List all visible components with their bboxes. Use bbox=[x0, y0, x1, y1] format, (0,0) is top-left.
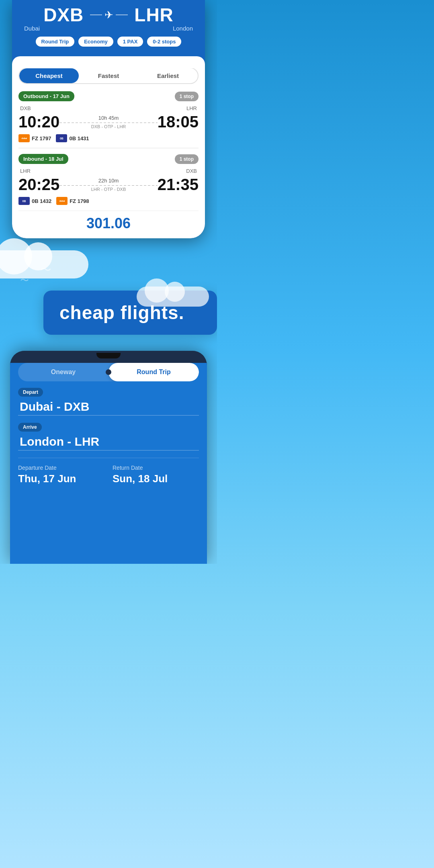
inbound-depart: 20:25 bbox=[18, 176, 59, 194]
inbound-airline-2: dubai FZ 1798 bbox=[56, 197, 89, 205]
filter-pax[interactable]: 1 PAX bbox=[117, 37, 143, 47]
tagline-bubble: cheap flights. bbox=[43, 291, 217, 335]
depart-value[interactable]: Dubai - DXB bbox=[18, 400, 199, 414]
departure-date-field[interactable]: Departure Date Thu, 17 Jun bbox=[18, 465, 104, 485]
origin-city: Dubai bbox=[24, 25, 40, 32]
inbound-from: LHR bbox=[20, 168, 31, 174]
inbound-airlines: 0B 0B 1432 dubai FZ 1798 bbox=[18, 197, 199, 205]
toggle-indicator bbox=[106, 369, 111, 375]
tab-earliest[interactable]: Earliest bbox=[138, 68, 198, 83]
dates-row: Departure Date Thu, 17 Jun Return Date S… bbox=[18, 458, 199, 485]
inbound-arrive: 21:35 bbox=[158, 176, 199, 194]
inbound-duration: 22h 10m bbox=[59, 178, 157, 184]
outbound-section: Outbound - 17 Jun 1 stop DXB LHR 10:20 1… bbox=[18, 91, 199, 142]
outbound-duration: 10h 45m bbox=[59, 115, 157, 121]
trip-type-toggle[interactable]: Oneway Round Trip bbox=[18, 363, 199, 381]
departure-date-label: Departure Date bbox=[18, 465, 104, 471]
top-phone: DXB ✈ LHR Dubai London Round Trip Econom… bbox=[12, 0, 205, 238]
dubai-logo-1: dubai bbox=[18, 134, 30, 142]
results-content: Cheapest Fastest Earliest Outbound - 17 … bbox=[12, 68, 205, 238]
origin-code: DXB bbox=[43, 6, 84, 24]
price-preview: 301.06 bbox=[18, 211, 199, 232]
roundtrip-toggle[interactable]: Round Trip bbox=[108, 363, 199, 381]
flight-search-form: Depart Dubai - DXB Arrive London - LHR D… bbox=[10, 388, 207, 485]
ob-logo-1: 0B bbox=[56, 134, 67, 142]
bottom-phone: Oneway Round Trip Depart Dubai - DXB Arr… bbox=[10, 351, 207, 564]
dest-code: LHR bbox=[134, 6, 174, 24]
inbound-airline-1: 0B 0B 1432 bbox=[18, 197, 51, 205]
ob-logo-2: 0B bbox=[18, 197, 30, 205]
form-divider-2 bbox=[18, 450, 199, 450]
filter-tags: Round Trip Economy 1 PAX 0-2 stops bbox=[20, 37, 197, 52]
inbound-badge: Inbound - 18 Jul bbox=[18, 154, 68, 164]
inbound-to: DXB bbox=[186, 168, 197, 174]
outbound-route: DXB - OTP - LHR bbox=[59, 124, 157, 129]
search-form-screen: Oneway Round Trip Depart Dubai - DXB Arr… bbox=[10, 363, 207, 564]
arrive-label: Arrive bbox=[18, 423, 42, 432]
return-date-field[interactable]: Return Date Sun, 18 Jul bbox=[113, 465, 199, 485]
outbound-airline-1: dubai FZ 1797 bbox=[18, 134, 51, 142]
outbound-airlines: dubai FZ 1797 0B 0B 1431 bbox=[18, 134, 199, 142]
dest-city: London bbox=[173, 25, 193, 32]
outbound-stops: 1 stop bbox=[175, 92, 199, 101]
cloud-1 bbox=[0, 250, 88, 278]
oneway-toggle[interactable]: Oneway bbox=[18, 363, 108, 381]
inbound-flight-1: 0B 1432 bbox=[32, 198, 51, 204]
camera-notch bbox=[96, 353, 121, 358]
filter-economy[interactable]: Economy bbox=[78, 37, 113, 47]
inbound-stops: 1 stop bbox=[175, 154, 199, 164]
tab-fastest[interactable]: Fastest bbox=[79, 68, 138, 83]
outbound-arrive: 18:05 bbox=[158, 113, 199, 131]
middle-section: 〜 〜 cheap flights. bbox=[0, 238, 217, 351]
bird-1: 〜 bbox=[40, 262, 51, 278]
outbound-flight-2: 0B 1431 bbox=[69, 135, 89, 141]
form-divider-1 bbox=[18, 415, 199, 416]
flight-header: DXB ✈ LHR Dubai London Round Trip Econom… bbox=[12, 0, 205, 55]
filter-round-trip[interactable]: Round Trip bbox=[36, 37, 75, 47]
price-value: 301.06 bbox=[86, 215, 131, 231]
sort-tab-bar: Cheapest Fastest Earliest bbox=[18, 68, 199, 84]
outbound-airline-2: 0B 0B 1431 bbox=[56, 134, 89, 142]
arrive-value[interactable]: London - LHR bbox=[18, 435, 199, 448]
return-date-value: Sun, 18 Jul bbox=[113, 473, 199, 485]
return-date-label: Return Date bbox=[113, 465, 199, 471]
outbound-to: LHR bbox=[186, 105, 197, 111]
outbound-depart: 10:20 bbox=[18, 113, 59, 131]
inbound-flight-2: FZ 1798 bbox=[70, 198, 89, 204]
dubai-logo-2: dubai bbox=[56, 197, 68, 205]
section-divider bbox=[18, 148, 199, 148]
tagline-text: cheap flights. bbox=[59, 302, 184, 323]
outbound-badge: Outbound - 17 Jun bbox=[18, 91, 74, 101]
inbound-route: LHR - OTP - DXB bbox=[59, 187, 157, 192]
filter-stops[interactable]: 0-2 stops bbox=[147, 37, 181, 47]
depart-label: Depart bbox=[18, 388, 43, 397]
outbound-from: DXB bbox=[20, 105, 31, 111]
departure-date-value: Thu, 17 Jun bbox=[18, 473, 104, 485]
outbound-flight-1: FZ 1797 bbox=[32, 135, 51, 141]
inbound-section: Inbound - 18 Jul 1 stop LHR DXB 20:25 22… bbox=[18, 154, 199, 205]
tab-cheapest[interactable]: Cheapest bbox=[19, 68, 79, 83]
flight-direction-icon: ✈ bbox=[90, 9, 128, 21]
notch-bar bbox=[10, 351, 207, 356]
bird-2: 〜 bbox=[20, 274, 29, 287]
